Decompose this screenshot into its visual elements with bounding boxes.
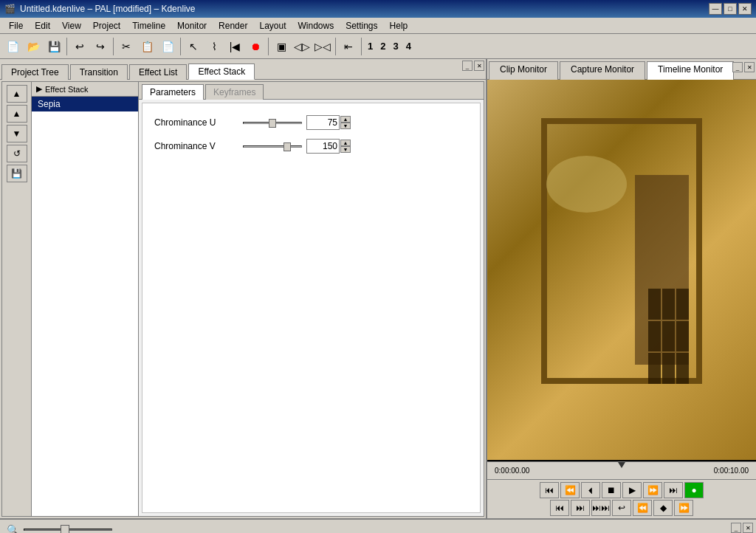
next-marker-button[interactable]: ⏭⏭ [591,500,611,516]
mark-button[interactable]: ◆ [653,500,673,516]
time-start: 0:00:00.00 [490,467,534,475]
input-chrominance-v[interactable] [306,139,340,154]
new-button[interactable]: 📄 [3,37,22,56]
slider-thumb-v[interactable] [284,142,291,151]
effect-list-header: ▶ Effect Stack [32,82,138,97]
menu-timeline[interactable]: Timeline [126,19,171,32]
tab-effect-stack[interactable]: Effect Stack [188,63,255,80]
monitor-close[interactable]: ✕ [744,62,755,72]
prev-zone-button[interactable]: ⏮ [550,500,569,516]
menu-settings[interactable]: Settings [340,19,383,32]
zoom-in-button[interactable]: ▷◁ [313,37,332,56]
effect-item-sepia[interactable]: Sepia [32,97,138,111]
menu-render[interactable]: Render [213,19,253,32]
forward-step-button[interactable]: ⏩ [674,500,693,516]
tab-project-tree[interactable]: Project Tree [1,64,69,80]
timeline-close[interactable]: ✕ [743,523,753,533]
titlebar-controls[interactable]: — □ ✕ [709,3,752,15]
menu-edit[interactable]: Edit [29,19,56,32]
close-button[interactable]: ✕ [738,3,752,15]
effect-down-button[interactable]: ▼ [7,125,27,142]
toolbar-sep-3 [180,38,181,55]
param-label-u: Chrominance U [154,117,243,128]
spinner-u[interactable]: ▲ ▼ [340,116,351,129]
loop-button[interactable]: ↩ [612,500,631,516]
spin-up-u[interactable]: ▲ [340,116,351,123]
right-panel: Clip Monitor Capture Monitor Timeline Mo… [487,59,756,518]
tab-transition[interactable]: Transition [70,64,128,80]
menu-view[interactable]: View [56,19,87,32]
extract-button[interactable]: ⇤ [339,37,358,56]
step-forward-button[interactable]: ⏩ [643,482,662,498]
record-monitor-button[interactable]: ● [684,482,704,498]
track-num-4: 4 [403,41,414,52]
video-monitor [487,80,756,461]
spinner-v[interactable]: ▲ ▼ [340,140,351,153]
redo-button[interactable]: ↪ [91,37,110,56]
tab-capture-monitor[interactable]: Capture Monitor [560,61,645,80]
slider-v[interactable] [243,142,302,151]
open-button[interactable]: 📂 [24,37,43,56]
monitor-ruler-area [534,462,709,479]
maximize-button[interactable]: □ [724,3,737,15]
tab-clip-monitor[interactable]: Clip Monitor [489,61,558,80]
slider-u[interactable] [243,118,302,127]
timeline-zoom-icon[interactable]: 🔍 [3,520,22,534]
input-chrominance-u[interactable] [306,115,340,130]
play-button[interactable]: ▶ [622,482,642,498]
go-end-button[interactable]: ⏭ [664,482,683,498]
effect-save-button[interactable]: 💾 [7,165,27,182]
params-tab-parameters[interactable]: Parameters [142,84,204,100]
cut-button[interactable]: ✂ [117,37,136,56]
tab-effect-list[interactable]: Effect List [129,64,187,80]
toolbar-sep-5 [335,38,336,55]
params-tab-keyframes[interactable]: Keyframes [205,84,264,100]
effect-up2-button[interactable]: ▲ [7,105,27,123]
timeline-zoom-slider[interactable] [24,525,112,534]
stop-button[interactable]: ⏹ [602,482,621,498]
copy-button[interactable]: 📋 [137,37,157,56]
monitor-minimize[interactable]: _ [732,62,743,72]
next-zone-button[interactable]: ⏭ [571,500,590,516]
go-start-button[interactable]: ⏮ [540,482,559,498]
paste-button[interactable]: 📄 [158,37,177,56]
menu-monitor[interactable]: Monitor [171,19,213,32]
effect-list-title: Effect Stack [45,85,89,94]
save-button[interactable]: 💾 [44,37,63,56]
track-num-2: 2 [377,41,388,52]
toolbar-sep-2 [113,38,114,55]
menu-layout[interactable]: Layout [253,19,292,32]
menu-file[interactable]: File [3,19,29,32]
spin-down-v[interactable]: ▼ [340,146,351,153]
undo-button[interactable]: ↩ [70,37,89,56]
timeline-minimize[interactable]: _ [731,523,741,533]
panel-minimize[interactable]: _ [462,61,472,71]
panel-close[interactable]: ✕ [474,61,484,71]
menu-windows[interactable]: Windows [292,19,340,32]
toolbar-sep-4 [268,38,269,55]
zoom-out-button[interactable]: ◁▷ [292,37,312,56]
record-button[interactable]: ⏺ [246,37,265,56]
marker-button[interactable]: |◀ [225,37,244,56]
razor-tool[interactable]: ⌇ [205,37,224,56]
menu-help[interactable]: Help [384,19,414,32]
rewind-button[interactable]: ⏪ [560,482,580,498]
menu-project[interactable]: Project [87,19,126,32]
effect-reset-button[interactable]: ↺ [7,145,27,162]
fit-button[interactable]: ▣ [272,37,291,56]
playhead-triangle [618,462,625,468]
back-step-button[interactable]: ⏪ [633,500,652,516]
select-tool[interactable]: ↖ [184,37,203,56]
params-content: Chrominance U ▲ ▼ Chrominance V [142,103,481,513]
minimize-button[interactable]: — [709,3,722,15]
timeline-corner: _ ✕ [731,523,753,533]
effect-up-button[interactable]: ▲ [7,85,27,103]
slider-thumb-u[interactable] [269,119,276,128]
zoom-thumb[interactable] [61,525,69,534]
window-title: Untitled.kdenlive – PAL [modified] – Kde… [20,4,195,14]
tab-timeline-monitor[interactable]: Timeline Monitor [647,61,734,80]
spin-down-u[interactable]: ▼ [340,123,351,129]
step-back-button[interactable]: ⏴ [581,482,600,498]
spin-up-v[interactable]: ▲ [340,140,351,146]
param-row-v: Chrominance V ▲ ▼ [154,139,468,154]
